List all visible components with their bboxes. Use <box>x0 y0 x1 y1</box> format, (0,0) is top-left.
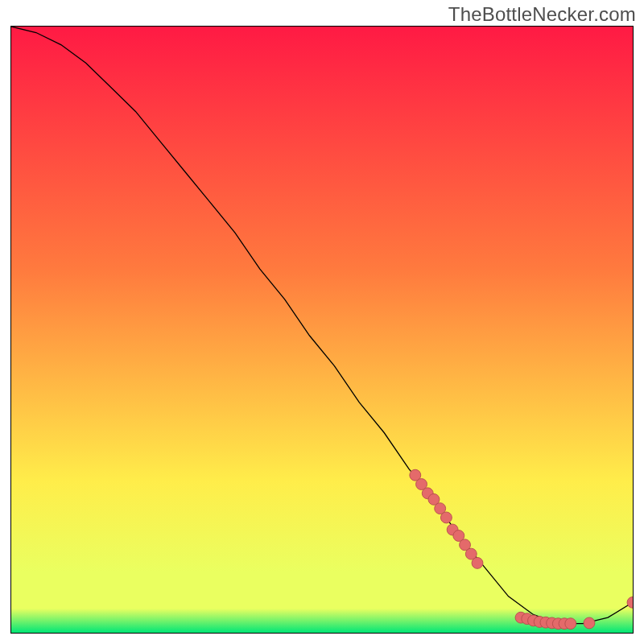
data-marker <box>440 512 452 523</box>
gradient-background <box>11 27 633 633</box>
attribution-text: TheBottleNecker.com <box>448 3 636 26</box>
data-marker <box>472 557 483 568</box>
chart-container: TheBottleNecker.com <box>0 0 644 644</box>
chart-svg <box>11 27 633 633</box>
plot-area <box>10 26 634 634</box>
data-marker <box>584 617 595 629</box>
data-marker <box>565 618 576 630</box>
